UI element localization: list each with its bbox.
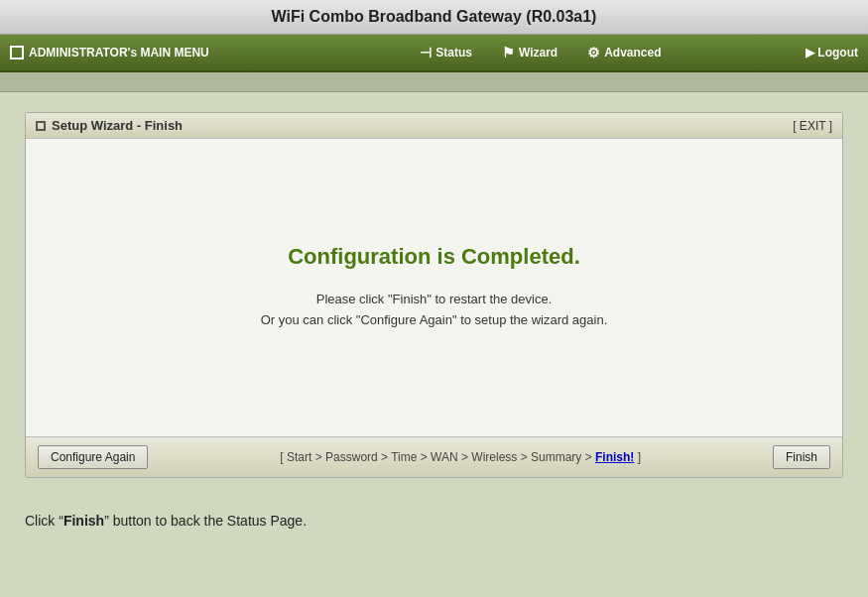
breadcrumb-end: ] [634, 450, 641, 464]
admin-menu-label: ADMINISTRATOR's MAIN MENU [10, 46, 275, 60]
panel-header: Setup Wizard - Finish [ EXIT ] [26, 113, 842, 139]
nav-advanced[interactable]: ⚙ Advanced [587, 45, 661, 60]
instruction-line1: Please click "Finish" to restart the dev… [261, 290, 608, 310]
gray-band [0, 72, 868, 92]
breadcrumb: [ Start > Password > Time > WAN > Wirele… [148, 450, 773, 464]
nav-bar: ADMINISTRATOR's MAIN MENU ⊣ Status ⚑ Wiz… [0, 35, 868, 72]
bottom-bold: Finish [63, 513, 104, 529]
app-title: WiFi Combo Broadband Gateway (R0.03a1) [272, 8, 597, 25]
setup-wizard-panel: Setup Wizard - Finish [ EXIT ] Configura… [25, 112, 843, 478]
breadcrumb-current: Finish! [595, 450, 634, 464]
config-complete-title: Configuration is Completed. [288, 244, 580, 270]
main-content: Setup Wizard - Finish [ EXIT ] Configura… [0, 92, 868, 498]
bottom-suffix: ” button to back the Status Page. [104, 513, 307, 529]
title-bar: WiFi Combo Broadband Gateway (R0.03a1) [0, 0, 868, 35]
bottom-text: Click “Finish” button to back the Status… [0, 498, 868, 543]
configure-again-button[interactable]: Configure Again [38, 445, 148, 469]
status-icon: ⊣ [420, 45, 432, 60]
panel-footer: Configure Again [ Start > Password > Tim… [26, 436, 842, 477]
admin-icon [10, 46, 24, 60]
bottom-prefix: Click “ [25, 513, 63, 529]
config-instructions: Please click "Finish" to restart the dev… [261, 290, 608, 331]
logout-button[interactable]: ▶ Logout [806, 46, 858, 60]
nav-items: ⊣ Status ⚑ Wizard ⚙ Advanced [275, 45, 806, 60]
breadcrumb-text: [ Start > Password > Time > WAN > Wirele… [280, 450, 595, 464]
panel-body: Configuration is Completed. Please click… [26, 139, 842, 436]
finish-button[interactable]: Finish [773, 445, 830, 469]
advanced-icon: ⚙ [587, 45, 600, 60]
exit-button[interactable]: [ EXIT ] [793, 119, 832, 133]
wizard-icon: ⚑ [502, 45, 515, 60]
instruction-line2: Or you can click "Configure Again" to se… [261, 310, 608, 331]
logout-arrow-icon: ▶ [806, 46, 814, 60]
panel-header-left: Setup Wizard - Finish [36, 118, 183, 133]
nav-status[interactable]: ⊣ Status [420, 45, 472, 60]
panel-header-icon [36, 121, 46, 131]
panel-title: Setup Wizard - Finish [52, 118, 183, 133]
nav-wizard[interactable]: ⚑ Wizard [502, 45, 558, 60]
